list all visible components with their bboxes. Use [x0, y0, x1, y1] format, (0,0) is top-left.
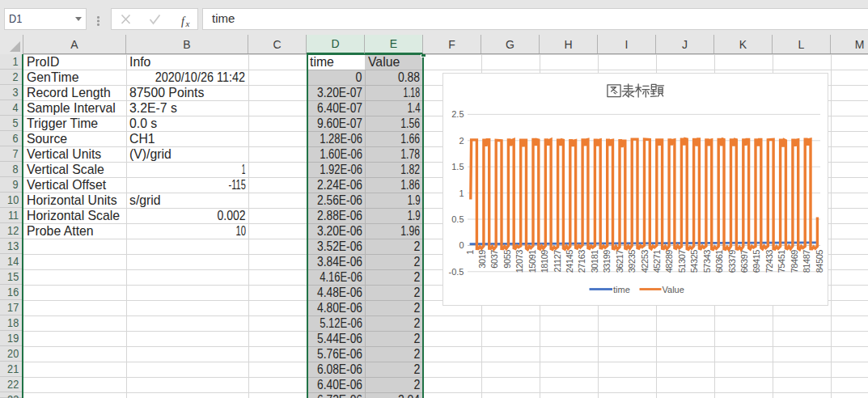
svg-text:2.5: 2.5: [451, 109, 464, 119]
svg-text:15091: 15091: [527, 250, 537, 273]
svg-text:36217: 36217: [615, 250, 625, 273]
svg-text:3019: 3019: [477, 250, 487, 269]
svg-text:18109: 18109: [540, 250, 549, 273]
svg-text:0: 0: [459, 240, 464, 250]
svg-text:1: 1: [459, 188, 464, 198]
svg-text:-0.5: -0.5: [449, 267, 464, 277]
svg-text:78469: 78469: [790, 250, 799, 273]
svg-text:12073: 12073: [514, 250, 524, 273]
svg-text:Value: Value: [663, 285, 684, 294]
svg-text:57343: 57343: [702, 250, 712, 273]
svg-text:1.5: 1.5: [451, 162, 464, 171]
svg-text:84505: 84505: [815, 250, 824, 273]
svg-text:39235: 39235: [627, 250, 637, 273]
svg-text:66397: 66397: [739, 250, 749, 273]
svg-text:9055: 9055: [502, 250, 512, 269]
svg-text:1: 1: [465, 250, 475, 255]
svg-text:27163: 27163: [577, 250, 586, 273]
svg-text:51307: 51307: [677, 250, 687, 273]
svg-text:21127: 21127: [553, 250, 562, 273]
svg-text:30181: 30181: [590, 250, 599, 273]
svg-text:81487: 81487: [802, 250, 811, 273]
svg-text:time: time: [613, 285, 630, 294]
svg-text:75451: 75451: [777, 250, 786, 273]
svg-text:48289: 48289: [664, 250, 674, 273]
svg-text:33199: 33199: [602, 250, 612, 273]
svg-text:0.5: 0.5: [451, 214, 464, 224]
svg-text:42253: 42253: [640, 250, 650, 273]
svg-text:6037: 6037: [489, 250, 499, 269]
svg-text:63379: 63379: [727, 250, 737, 273]
svg-text:45271: 45271: [652, 250, 662, 273]
svg-text:72433: 72433: [764, 250, 774, 273]
svg-text:60361: 60361: [714, 250, 724, 273]
svg-text:69415: 69415: [752, 250, 761, 273]
svg-text:2: 2: [459, 136, 464, 146]
svg-text:24145: 24145: [565, 250, 574, 273]
svg-text:54325: 54325: [689, 250, 699, 273]
